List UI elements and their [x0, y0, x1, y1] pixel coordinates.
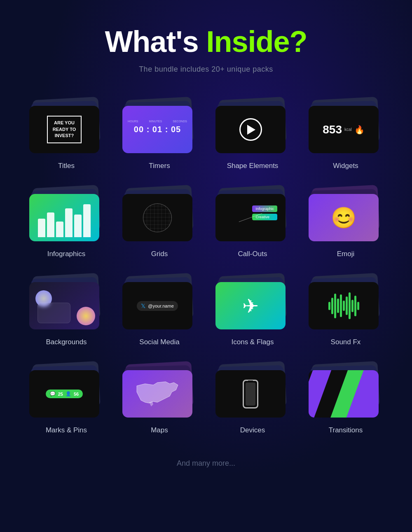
card-marks-pins: 💬 25 👤 56 Marks & Pins — [25, 363, 108, 434]
social-badge: 𝕏 @your.name — [137, 301, 178, 311]
wave-bar-10 — [354, 296, 356, 316]
thumb-sound — [309, 282, 379, 329]
card-callouts: Infographic Creative Call-Outs — [211, 187, 294, 258]
card-transitions: Transitions — [304, 363, 387, 434]
folder-main-timers: 00 : 01 : 05 HOURS MINUTES SECONDS — [122, 106, 192, 153]
timer-labels: HOURS MINUTES SECONDS — [122, 120, 192, 123]
thumb-grids — [122, 194, 192, 241]
header: What's Inside? The bundle includes 20+ u… — [25, 25, 387, 74]
cards-grid: ARE YOU READY TO INVEST? Titles 00 : 0 — [25, 98, 387, 434]
thumb-icons: ✈ — [215, 282, 286, 329]
folder-main-callouts: Infographic Creative — [215, 194, 286, 241]
phone-screen — [246, 383, 255, 406]
fire-icon: 🔥 — [354, 125, 365, 135]
mark-users: 56 — [74, 392, 79, 397]
folder-main-icons: ✈ — [215, 282, 286, 329]
card-devices: Devices — [211, 363, 294, 434]
card-sound-fx: Sound Fx — [304, 275, 387, 346]
thumb-social: 𝕏 @your.name — [122, 282, 192, 329]
wave-bar-2 — [331, 298, 333, 314]
card-timers: 00 : 01 : 05 HOURS MINUTES SECONDS Timer… — [118, 98, 201, 170]
folder-devices — [215, 363, 290, 420]
folder-main-marks: 💬 25 👤 56 — [29, 370, 99, 418]
thumb-maps — [122, 370, 192, 418]
wave-bar-4 — [337, 299, 339, 313]
wave-bar-1 — [328, 302, 330, 310]
thumb-widgets: 853 kcal 🔥 — [309, 106, 379, 153]
folder-main-maps — [122, 370, 192, 418]
folder-emoji: 😊 — [309, 187, 383, 244]
label-infographics: Infographics — [47, 250, 86, 258]
twitter-icon: 𝕏 — [141, 303, 145, 309]
wave-bar-6 — [343, 301, 345, 311]
bar-1 — [38, 219, 45, 237]
timer-display: 00 : 01 : 05 — [122, 125, 192, 134]
person-icon: 👤 — [66, 391, 71, 397]
folder-main-emoji: 😊 — [309, 194, 379, 241]
folder-social: 𝕏 @your.name — [122, 275, 197, 332]
folder-marks: 💬 25 👤 56 — [29, 363, 103, 420]
label-backgrounds: Backgrounds — [46, 338, 87, 346]
grid-circle — [143, 203, 172, 232]
folder-main-shape — [215, 106, 286, 153]
thumb-emoji: 😊 — [309, 194, 379, 241]
folder-main-social: 𝕏 @your.name — [122, 282, 192, 329]
usa-map-svg — [133, 378, 182, 411]
bg-orb2 — [77, 307, 95, 325]
label-callouts: Call-Outs — [238, 250, 267, 258]
callout-tags: Infographic Creative — [252, 205, 277, 220]
wave-bar-9 — [351, 300, 353, 312]
bar-4 — [65, 208, 73, 237]
folder-maps — [122, 363, 197, 420]
titles-line3: INVEST? — [53, 133, 76, 139]
folder-grids — [122, 187, 197, 244]
mark-comments: 25 — [58, 392, 63, 397]
label-titles: Titles — [58, 162, 75, 170]
folder-main-devices — [215, 370, 286, 418]
folder-transitions — [309, 363, 383, 420]
label-grids: Grids — [151, 250, 168, 258]
folder-main-grids — [122, 194, 192, 241]
label-emoji: Emoji — [337, 250, 355, 258]
label-minutes: MINUTES — [149, 120, 162, 123]
folder-sound — [309, 275, 383, 332]
card-backgrounds: Backgrounds — [25, 275, 108, 346]
label-timers: Timers — [149, 162, 170, 170]
airplane-icon: ✈ — [242, 294, 259, 317]
thumb-devices — [215, 370, 286, 418]
folder-main-widgets: 853 kcal 🔥 — [309, 106, 379, 153]
label-marks-pins: Marks & Pins — [46, 426, 87, 434]
label-transitions: Transitions — [329, 426, 363, 434]
phone-outline — [243, 380, 258, 408]
folder-main-backgrounds — [29, 282, 99, 329]
card-shape-elements: Shape Elements — [211, 98, 294, 170]
label-seconds: SECONDS — [173, 120, 187, 123]
card-titles: ARE YOU READY TO INVEST? Titles — [25, 98, 108, 170]
card-emoji: 😊 Emoji — [304, 187, 387, 258]
page-wrapper: What's Inside? The bundle includes 20+ u… — [0, 0, 412, 501]
callout-tag-1: Infographic — [252, 205, 277, 212]
folder-titles: ARE YOU READY TO INVEST? — [29, 98, 103, 156]
label-hours: HOURS — [128, 120, 138, 123]
folder-main-titles: ARE YOU READY TO INVEST? — [29, 106, 99, 153]
folder-timers: 00 : 01 : 05 HOURS MINUTES SECONDS — [122, 98, 197, 156]
card-widgets: 853 kcal 🔥 Widgets — [304, 98, 387, 170]
bar-3 — [56, 222, 63, 237]
widget-number: 853 — [323, 123, 342, 136]
title-green: Inside? — [206, 25, 307, 58]
mark-badge: 💬 25 👤 56 — [46, 390, 83, 398]
subtitle: The bundle includes 20+ unique packs — [25, 65, 387, 74]
wave-bar-8 — [349, 292, 351, 319]
emoji-face: 😊 — [331, 206, 356, 230]
label-sound-fx: Sound Fx — [331, 338, 361, 346]
card-social-media: 𝕏 @your.name Social Media — [118, 275, 201, 346]
thumb-shape — [215, 106, 286, 153]
wave-bar-7 — [346, 296, 348, 315]
wave-bar-5 — [340, 294, 342, 317]
widget-row: 853 kcal 🔥 — [323, 123, 365, 136]
label-widgets: Widgets — [333, 162, 358, 170]
titles-inner-box: ARE YOU READY TO INVEST? — [47, 116, 82, 143]
thumb-backgrounds — [29, 282, 99, 329]
thumb-marks: 💬 25 👤 56 — [29, 370, 99, 418]
phone-notch — [248, 380, 253, 382]
